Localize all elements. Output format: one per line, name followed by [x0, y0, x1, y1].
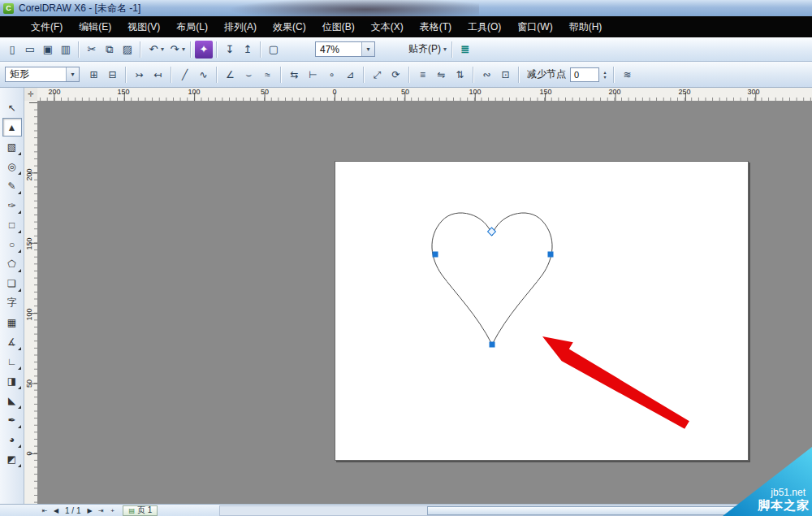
- copy-button[interactable]: ⧉: [101, 41, 119, 59]
- menu-item-tools[interactable]: 工具(O): [460, 16, 509, 37]
- redo-dropdown[interactable]: ▾: [180, 46, 187, 53]
- curve-node-left[interactable]: [433, 252, 438, 258]
- annotation-arrow: [542, 336, 689, 429]
- open-button[interactable]: ▭: [21, 41, 39, 59]
- reduce-nodes-stepper[interactable]: ▴ ▾: [600, 67, 610, 82]
- menu-item-help[interactable]: 帮助(H): [561, 16, 611, 37]
- snap-to-dropdown[interactable]: ▾: [442, 46, 448, 53]
- menu-item-layout[interactable]: 布局(L): [168, 16, 216, 37]
- prev-page-button[interactable]: ◀: [50, 507, 62, 514]
- tool-rectangle[interactable]: □: [2, 215, 22, 234]
- canvas-area[interactable]: [37, 101, 812, 504]
- menu-item-text[interactable]: 文本(X): [363, 16, 412, 37]
- reverse-direction-button[interactable]: ⇆: [285, 66, 304, 84]
- tool-text[interactable]: 字: [2, 293, 22, 312]
- menu-item-edit[interactable]: 编辑(E): [71, 16, 119, 37]
- import-button[interactable]: ↧: [221, 41, 239, 59]
- tool-zoom[interactable]: ◎: [2, 157, 22, 176]
- tool-outline-pen[interactable]: ✒: [2, 410, 22, 429]
- page-tab-1[interactable]: ▤ 页 1: [123, 505, 158, 516]
- ruler-label: 100: [25, 306, 35, 323]
- basic-shapes-icon: ❏: [7, 278, 16, 289]
- menu-item-file[interactable]: 文件(F): [23, 16, 71, 37]
- rotate-nodes-button[interactable]: ⟳: [387, 66, 405, 84]
- tool-table[interactable]: ▦: [2, 313, 22, 332]
- shape-preset-combo[interactable]: 矩形 ▾: [5, 67, 80, 82]
- reflect-vertical-button[interactable]: ⇅: [451, 66, 469, 84]
- tool-color-eyedropper[interactable]: ◣: [2, 391, 22, 410]
- open-icon: ▭: [25, 43, 35, 55]
- chevron-down-icon[interactable]: ▾: [66, 67, 79, 81]
- next-page-button[interactable]: ▶: [84, 507, 95, 514]
- elastic-mode-button[interactable]: ∾: [477, 66, 496, 84]
- tool-freehand[interactable]: ✎: [2, 176, 22, 195]
- zoom-level-combo[interactable]: 47% ▾: [315, 41, 375, 57]
- curve-smoothness-button[interactable]: ≋: [618, 66, 637, 84]
- chevron-down-icon[interactable]: ▾: [361, 42, 374, 56]
- paste-button[interactable]: ▨: [119, 41, 136, 59]
- symmetrical-node-button[interactable]: ≈: [258, 66, 277, 84]
- join-nodes-button[interactable]: ↣: [130, 66, 149, 84]
- undo-dropdown[interactable]: ▾: [159, 46, 166, 53]
- select-all-nodes-button[interactable]: ⊡: [496, 66, 515, 84]
- welcome-screen-button[interactable]: ▢: [265, 41, 283, 59]
- last-page-button[interactable]: ⇥: [95, 507, 106, 514]
- export-button[interactable]: ↥: [239, 41, 257, 59]
- menu-item-view[interactable]: 视图(V): [119, 16, 168, 37]
- cusp-node-button[interactable]: ∠: [221, 66, 240, 84]
- menu-item-table[interactable]: 表格(T): [412, 16, 460, 37]
- curve-node-bottom[interactable]: [490, 342, 495, 348]
- snap-to-label[interactable]: 贴齐(P): [404, 42, 445, 56]
- options-button[interactable]: ≣: [456, 41, 474, 59]
- tool-interactive-fill[interactable]: ◩: [2, 449, 22, 468]
- new-document-icon: ▯: [9, 43, 15, 55]
- connector-tool-icon: ∟: [7, 356, 17, 367]
- tool-artistic-media[interactable]: ✑: [2, 196, 22, 215]
- reduce-nodes-input[interactable]: 0: [570, 67, 599, 82]
- extract-subpath-button[interactable]: ⊿: [341, 66, 360, 84]
- menu-item-effects[interactable]: 效果(C): [265, 16, 314, 37]
- tool-pick[interactable]: ↖: [2, 98, 22, 117]
- reflect-horizontal-button[interactable]: ⇋: [432, 66, 451, 84]
- new-document-button[interactable]: ▯: [3, 41, 21, 59]
- tool-crop[interactable]: ▧: [2, 137, 22, 156]
- menu-item-window[interactable]: 窗口(W): [509, 16, 560, 37]
- save-button[interactable]: ▣: [39, 41, 57, 59]
- vertical-ruler[interactable]: 200 150 100 50 0: [24, 101, 38, 504]
- convert-to-line-button[interactable]: ╱: [175, 66, 194, 84]
- polygon-tool-icon: ⬠: [7, 258, 15, 270]
- stretch-nodes-button[interactable]: ⤢: [368, 66, 387, 84]
- cut-button[interactable]: ✂: [83, 41, 101, 59]
- node-add-button[interactable]: ⊞: [84, 66, 103, 84]
- break-curve-button[interactable]: ↤: [149, 66, 167, 84]
- convert-to-curve-button[interactable]: ∿: [194, 66, 213, 84]
- tool-basic-shapes[interactable]: ❏: [2, 274, 22, 293]
- ruler-label: 50: [397, 88, 413, 96]
- extend-curve-button[interactable]: ⊢: [304, 66, 322, 84]
- ruler-origin-corner[interactable]: ✛: [24, 88, 38, 102]
- curve-node-right[interactable]: [548, 252, 554, 258]
- close-curve-button[interactable]: ∘: [322, 66, 341, 84]
- first-page-button[interactable]: ⇤: [39, 507, 50, 514]
- horizontal-scrollbar[interactable]: [219, 505, 806, 516]
- tool-shape[interactable]: ▲: [2, 118, 22, 137]
- smooth-node-button[interactable]: ⌣: [240, 66, 258, 84]
- ruler-label: 0: [25, 445, 35, 462]
- tool-blend[interactable]: ◨: [2, 371, 22, 390]
- stepper-down-icon[interactable]: ▾: [600, 75, 610, 80]
- zoom-level-value: 47%: [316, 44, 361, 55]
- application-launcher-button[interactable]: ✦: [195, 41, 213, 59]
- tool-dimension[interactable]: ∡: [2, 332, 22, 351]
- node-delete-button[interactable]: ⊟: [103, 66, 122, 84]
- tool-connector[interactable]: ∟: [2, 352, 22, 371]
- print-button[interactable]: ▥: [57, 41, 75, 59]
- tool-ellipse[interactable]: ○: [2, 235, 22, 254]
- tool-fill[interactable]: ◕: [2, 430, 22, 449]
- toolbar-separator: [140, 41, 141, 58]
- menu-item-arrange[interactable]: 排列(A): [216, 16, 265, 37]
- menu-item-bitmaps[interactable]: 位图(B): [314, 16, 363, 37]
- horizontal-ruler[interactable]: 200 150 100 50 0 50 100 150 200 250 300: [37, 88, 812, 102]
- add-page-button[interactable]: +: [106, 507, 118, 514]
- align-nodes-button[interactable]: ≡: [413, 66, 432, 84]
- tool-polygon[interactable]: ⬠: [2, 254, 22, 273]
